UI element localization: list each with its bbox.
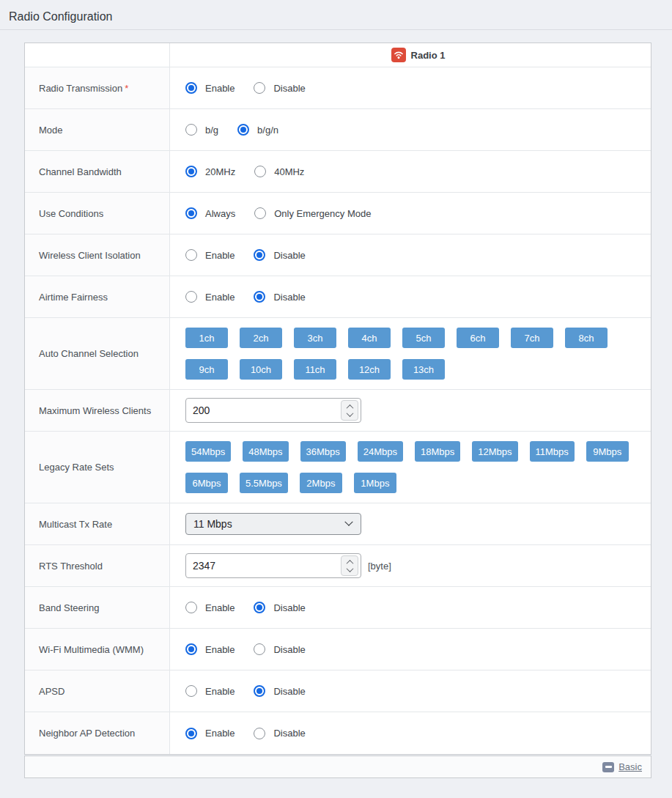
radio-button-selected[interactable]: [254, 685, 265, 697]
apsd-option-0[interactable]: Enable: [185, 685, 235, 697]
row-value-mode: b/gb/g/n: [170, 109, 651, 150]
config-table-rows: Radio Transmission*EnableDisableModeb/gb…: [25, 67, 651, 754]
row-value-maximum-wireless-clients: [170, 390, 651, 431]
radio-button-selected[interactable]: [254, 249, 265, 261]
rate-button-18Mbps[interactable]: 18Mbps: [415, 441, 460, 462]
airtime-fairness-option-1[interactable]: Disable: [254, 291, 305, 303]
panel-footer: Basic: [24, 755, 651, 778]
airtime-fairness-option-0[interactable]: Enable: [185, 291, 235, 303]
radio-button[interactable]: [185, 291, 197, 303]
radio-button-selected[interactable]: [185, 643, 197, 655]
radio-button[interactable]: [254, 82, 265, 94]
row-label-text: RTS Threshold: [39, 561, 103, 572]
radio-button-selected[interactable]: [185, 166, 197, 177]
radio-option-label: Always: [205, 208, 235, 219]
radio-option-label: Enable: [205, 644, 235, 655]
radio-button-selected[interactable]: [185, 207, 197, 219]
rate-button-54Mbps[interactable]: 54Mbps: [185, 441, 231, 462]
mode-option-0[interactable]: b/g: [185, 124, 218, 136]
maximum-wireless-clients-spinner[interactable]: [341, 400, 358, 421]
radio-button-selected[interactable]: [254, 602, 265, 613]
channel-button-4ch[interactable]: 4ch: [348, 328, 391, 348]
row-label-text: Mode: [39, 125, 63, 136]
channel-bandwidth-option-0[interactable]: 20MHz: [185, 166, 235, 177]
radio-button[interactable]: [254, 207, 266, 219]
radio-option-label: Enable: [205, 250, 235, 261]
wireless-client-isolation-option-1[interactable]: Disable: [254, 249, 305, 261]
spinner-down-icon[interactable]: [346, 410, 353, 417]
config-row-channel-bandwidth: Channel Bandwidth20MHz40MHz: [25, 151, 651, 193]
rate-button-9Mbps[interactable]: 9Mbps: [586, 441, 629, 462]
channel-button-11ch[interactable]: 11ch: [294, 359, 336, 380]
radio-option-label: Enable: [205, 292, 235, 303]
radio-button[interactable]: [185, 249, 197, 261]
rts-threshold-unit-label: [byte]: [368, 561, 391, 572]
channel-button-8ch[interactable]: 8ch: [565, 328, 608, 348]
radio-button[interactable]: [185, 685, 197, 697]
radio-button[interactable]: [254, 728, 265, 739]
radio-option-label: Disable: [273, 292, 305, 303]
row-label-band-steering: Band Steering: [25, 587, 170, 628]
radio-button-selected[interactable]: [254, 291, 265, 303]
multicast-tx-rate-select[interactable]: 11 Mbps: [185, 513, 361, 535]
rate-button-6Mbps[interactable]: 6Mbps: [185, 473, 228, 493]
spinner-down-icon[interactable]: [346, 565, 353, 572]
rts-threshold-spinner[interactable]: [341, 555, 358, 576]
basic-toggle-link[interactable]: Basic: [602, 761, 642, 772]
channel-button-9ch[interactable]: 9ch: [185, 359, 228, 380]
radio-transmission-option-1[interactable]: Disable: [254, 82, 305, 94]
channel-button-3ch[interactable]: 3ch: [294, 328, 336, 348]
radio-transmission-option-0[interactable]: Enable: [185, 82, 235, 94]
radio-option-label: Enable: [205, 602, 235, 613]
channel-bandwidth-option-1[interactable]: 40MHz: [254, 166, 304, 177]
rate-button-36Mbps[interactable]: 36Mbps: [300, 441, 346, 462]
mode-option-1[interactable]: b/g/n: [237, 124, 278, 136]
rate-button-12Mbps[interactable]: 12Mbps: [472, 441, 517, 462]
rts-threshold-input[interactable]: [185, 553, 361, 578]
maximum-wireless-clients-input[interactable]: [185, 398, 361, 423]
header-empty-cell: [25, 43, 170, 67]
rate-button-1Mbps[interactable]: 1Mbps: [354, 473, 396, 493]
radio-button-selected[interactable]: [185, 728, 197, 739]
band-steering-option-0[interactable]: Enable: [185, 602, 235, 613]
row-label-auto-channel-selection: Auto Channel Selection: [25, 318, 170, 389]
rate-button-5.5Mbps[interactable]: 5.5Mbps: [240, 473, 288, 493]
radio-button-selected[interactable]: [237, 124, 249, 136]
channel-button-13ch[interactable]: 13ch: [402, 359, 445, 380]
radio-button-selected[interactable]: [185, 82, 197, 94]
radio-button[interactable]: [254, 166, 266, 177]
title-divider: [0, 29, 672, 30]
channel-button-2ch[interactable]: 2ch: [240, 328, 282, 348]
radio-option-label: b/g/n: [257, 125, 278, 136]
apsd-option-1[interactable]: Disable: [254, 685, 305, 697]
neighbor-ap-detection-option-1[interactable]: Disable: [254, 728, 305, 739]
use-conditions-option-1[interactable]: Only Emergency Mode: [254, 207, 371, 219]
row-label-text: Use Conditions: [39, 208, 103, 219]
channel-button-7ch[interactable]: 7ch: [511, 328, 553, 348]
use-conditions-option-0[interactable]: Always: [185, 207, 235, 219]
row-label-airtime-fairness: Airtime Fairness: [25, 276, 170, 317]
rate-button-11Mbps[interactable]: 11Mbps: [530, 441, 575, 462]
config-row-rts-threshold: RTS Threshold[byte]: [25, 545, 651, 587]
channel-button-1ch[interactable]: 1ch: [185, 328, 228, 348]
channel-button-5ch[interactable]: 5ch: [402, 328, 445, 348]
channel-button-10ch[interactable]: 10ch: [240, 359, 282, 380]
radio-option-label: Disable: [273, 644, 305, 655]
rate-button-48Mbps[interactable]: 48Mbps: [243, 441, 288, 462]
channel-button-12ch[interactable]: 12ch: [348, 359, 391, 380]
rate-button-2Mbps[interactable]: 2Mbps: [300, 473, 342, 493]
row-label-multicast-tx-rate: Multicast Tx Rate: [25, 503, 170, 544]
row-value-apsd: EnableDisable: [170, 670, 651, 712]
rate-button-24Mbps[interactable]: 24Mbps: [358, 441, 403, 462]
radio-button[interactable]: [185, 602, 197, 613]
wifi-multimedia-wmm-option-1[interactable]: Disable: [254, 643, 305, 655]
wireless-client-isolation-option-0[interactable]: Enable: [185, 249, 235, 261]
radio-button[interactable]: [254, 643, 265, 655]
channel-button-6ch[interactable]: 6ch: [457, 328, 499, 348]
band-steering-option-1[interactable]: Disable: [254, 602, 305, 613]
rts-threshold-input-wrap: [185, 553, 361, 578]
row-label-use-conditions: Use Conditions: [25, 193, 170, 234]
wifi-multimedia-wmm-option-0[interactable]: Enable: [185, 643, 235, 655]
radio-button[interactable]: [185, 124, 197, 136]
neighbor-ap-detection-option-0[interactable]: Enable: [185, 728, 235, 739]
